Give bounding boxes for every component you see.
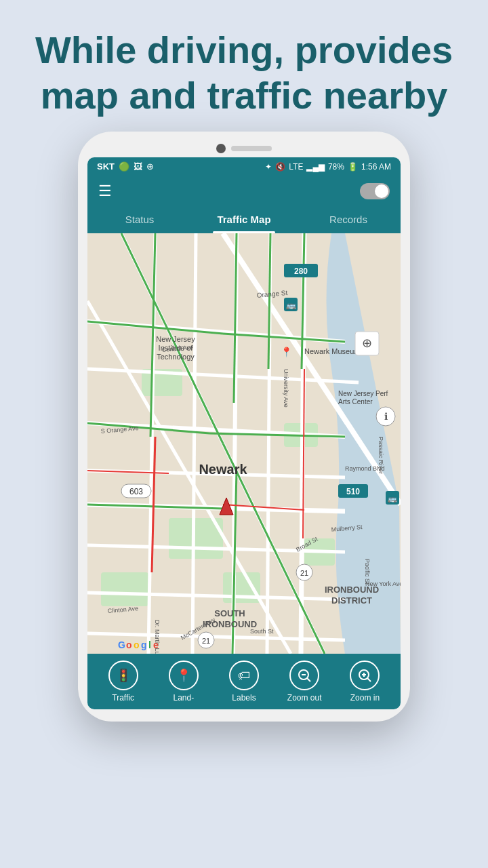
- bottom-traffic[interactable]: 🚦 Traffic: [93, 660, 153, 703]
- toggle-switch[interactable]: [360, 183, 390, 199]
- zoom-in-label: Zoom in: [350, 693, 380, 703]
- svg-text:ℹ: ℹ: [384, 411, 388, 422]
- svg-line-91: [307, 678, 310, 682]
- svg-text:DISTRICT: DISTRICT: [331, 595, 372, 606]
- svg-text:📍: 📍: [281, 347, 293, 358]
- svg-text:603: 603: [129, 487, 143, 496]
- map-container[interactable]: 280 510 603 21 21 🚌 🚌 Orange St: [87, 233, 401, 654]
- svg-text:Pacific St: Pacific St: [364, 559, 371, 585]
- tab-traffic-map[interactable]: Traffic Map: [192, 207, 296, 232]
- svg-text:University Ave: University Ave: [283, 369, 289, 408]
- svg-text:G: G: [118, 639, 125, 650]
- time-label: 1:56 AM: [361, 162, 391, 172]
- speaker-grille: [231, 146, 272, 151]
- svg-line-94: [367, 678, 371, 682]
- bottom-zoom-in[interactable]: Zoom in: [335, 660, 395, 703]
- map-svg: 280 510 603 21 21 🚌 🚌 Orange St: [87, 233, 401, 654]
- svg-text:o: o: [134, 639, 140, 650]
- zoom-out-label: Zoom out: [287, 693, 322, 703]
- svg-text:🚌: 🚌: [286, 300, 296, 310]
- svg-text:l: l: [148, 639, 151, 650]
- phone-mockup: SKT 🟢 🖼 ⊕ ✦ 🔇 LTE ▂▄▆ 78% 🔋 1:56 AM ☰: [78, 132, 410, 722]
- svg-text:IRONBOUND: IRONBOUND: [203, 619, 257, 629]
- svg-text:21: 21: [202, 637, 210, 645]
- bottom-bar: 🚦 Traffic 📍 Land- 🏷 Labels Z: [87, 654, 401, 709]
- phone-screen: SKT 🟢 🖼 ⊕ ✦ 🔇 LTE ▂▄▆ 78% 🔋 1:56 AM ☰: [87, 157, 401, 709]
- bottom-landmark[interactable]: 📍 Land-: [153, 660, 214, 703]
- svg-text:Institute of: Institute of: [159, 344, 194, 352]
- svg-text:IRONBOUND: IRONBOUND: [325, 585, 379, 595]
- svg-rect-4: [101, 572, 148, 606]
- svg-text:21: 21: [300, 569, 308, 577]
- svg-text:Newark: Newark: [199, 462, 247, 477]
- svg-text:SOUTH: SOUTH: [214, 608, 245, 618]
- landmark-icon: 📍: [169, 660, 199, 690]
- traffic-icon: 🚦: [108, 660, 138, 690]
- lte-label: LTE: [289, 162, 303, 172]
- zoom-in-icon: [350, 660, 380, 690]
- bottom-zoom-out[interactable]: Zoom out: [274, 660, 335, 703]
- location-icon: 🟢: [119, 161, 129, 172]
- bluetooth-icon: ✦: [265, 162, 272, 172]
- status-left: SKT 🟢 🖼 ⊕: [97, 161, 154, 172]
- menu-button[interactable]: ☰: [98, 182, 112, 200]
- phone-notch: [87, 144, 401, 153]
- app-bar: ☰: [87, 176, 401, 207]
- svg-text:Technology: Technology: [157, 353, 195, 361]
- battery-icon: 🔋: [348, 162, 358, 172]
- hero-section: While driving, provides map and traffic …: [0, 0, 488, 132]
- svg-text:Passaic River: Passaic River: [378, 437, 384, 474]
- settings-icon: ⊕: [146, 161, 154, 172]
- landmark-label: Land-: [173, 693, 194, 703]
- svg-text:280: 280: [294, 267, 308, 276]
- svg-text:New Jersey: New Jersey: [156, 335, 195, 343]
- mute-icon: 🔇: [275, 162, 285, 172]
- hero-title: While driving, provides map and traffic …: [20, 27, 468, 118]
- svg-text:New Jersey Perf: New Jersey Perf: [338, 390, 388, 397]
- svg-text:⊕: ⊕: [362, 336, 372, 350]
- tab-records[interactable]: Records: [296, 207, 401, 232]
- image-icon: 🖼: [134, 161, 142, 172]
- carrier-label: SKT: [97, 161, 115, 172]
- bottom-labels[interactable]: 🏷 Labels: [214, 660, 274, 703]
- svg-text:Arts Center: Arts Center: [338, 398, 373, 406]
- labels-icon: 🏷: [229, 660, 259, 690]
- labels-label: Labels: [232, 693, 256, 703]
- svg-text:o: o: [126, 639, 132, 650]
- traffic-label: Traffic: [112, 693, 134, 703]
- svg-text:Newark Museum: Newark Museum: [304, 347, 361, 355]
- signal-bars: ▂▄▆: [306, 162, 325, 172]
- status-right: ✦ 🔇 LTE ▂▄▆ 78% 🔋 1:56 AM: [265, 162, 391, 172]
- svg-text:510: 510: [346, 487, 360, 496]
- camera-dot: [216, 144, 226, 153]
- battery-label: 78%: [328, 162, 344, 172]
- toggle-knob: [375, 184, 388, 198]
- svg-text:🚌: 🚌: [388, 494, 397, 503]
- svg-text:g: g: [141, 639, 147, 650]
- tab-status[interactable]: Status: [87, 207, 192, 232]
- svg-text:e: e: [153, 639, 159, 650]
- status-bar: SKT 🟢 🖼 ⊕ ✦ 🔇 LTE ▂▄▆ 78% 🔋 1:56 AM: [87, 157, 401, 176]
- zoom-out-icon: [289, 660, 319, 690]
- tab-bar: Status Traffic Map Records: [87, 207, 401, 233]
